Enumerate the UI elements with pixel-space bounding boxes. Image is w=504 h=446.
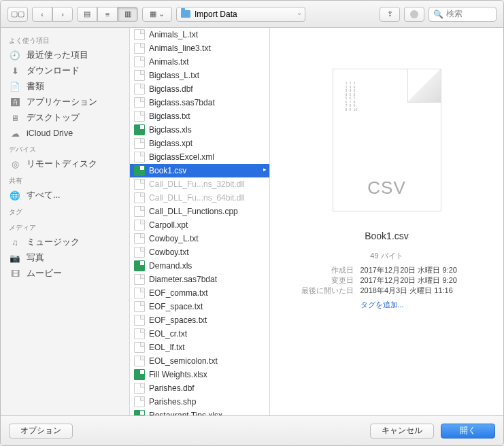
file-row[interactable]: Bigclass.sas7bdat	[130, 96, 269, 109]
tag-button[interactable]	[404, 7, 424, 22]
file-name: Animals.txt	[149, 57, 189, 67]
file-row[interactable]: Demand.xls	[130, 259, 269, 273]
file-name: Call_DLL_Fu...ns_64bit.dll	[149, 193, 245, 203]
sidebar-toggle-button[interactable]: ▢▢	[7, 7, 28, 22]
open-button[interactable]: 開く	[441, 424, 495, 439]
file-name: Bigclass.xpt	[149, 139, 192, 148]
sidebar-header: タグ	[1, 203, 129, 219]
sidebar-item[interactable]: ♫ミュージック	[1, 235, 129, 250]
back-button[interactable]: ‹	[32, 7, 52, 22]
sidebar-toggle-group: ▢▢	[7, 7, 28, 22]
file-row[interactable]: Cowboy.txt	[130, 245, 269, 259]
file-name: Book1.csv	[149, 166, 186, 175]
file-icon	[134, 342, 145, 353]
sidebar-item[interactable]: 📷写真	[1, 250, 129, 266]
file-name: EOL_cr.txt	[149, 329, 187, 339]
path-popup-button[interactable]: Import Data	[176, 7, 305, 22]
file-icon	[134, 247, 145, 258]
file-row[interactable]: Bigclass.xls	[130, 123, 269, 137]
arrange-button[interactable]: ▦ ⌄	[142, 7, 172, 22]
file-name: Bigclass_L.txt	[149, 71, 199, 80]
sidebar-item-label: ムービー	[27, 268, 62, 279]
sidebar-item[interactable]: 🎞ムービー	[1, 266, 129, 281]
file-row[interactable]: Restaurant Tips.xlsx	[130, 409, 269, 415]
file-name: Bigclass.sas7bdat	[149, 98, 215, 107]
preview-meta-key: 最後に開いた日	[298, 286, 354, 296]
preview-size: 49 バイト	[370, 251, 403, 261]
file-icon	[134, 220, 145, 230]
preview-meta-key: 変更日	[298, 275, 354, 286]
file-row[interactable]: Bigclass.txt	[130, 109, 269, 123]
search-field[interactable]: 🔍 検索	[429, 7, 497, 22]
footer: オプション キャンセル 開く	[1, 415, 503, 445]
file-row[interactable]: Animals_line3.txt	[130, 41, 269, 55]
sidebar-item[interactable]: ☁︎iCloud Drive	[1, 126, 129, 141]
file-row[interactable]: Fill Weights.xlsx	[130, 368, 269, 381]
file-row[interactable]: EOL_lf.txt	[130, 341, 269, 354]
movie-icon: 🎞	[9, 269, 21, 279]
file-name: EOL_semicolon.txt	[149, 356, 218, 366]
file-icon	[134, 124, 145, 135]
file-row[interactable]: Bigclass_L.txt	[130, 69, 269, 82]
file-row[interactable]: Bigclass.dbf	[130, 82, 269, 96]
file-icon	[134, 328, 145, 339]
file-row[interactable]: Call_DLL_Functions.cpp	[130, 205, 269, 218]
add-tags-link[interactable]: タグを追加...	[360, 301, 404, 309]
cancel-button[interactable]: キャンセル	[370, 424, 434, 439]
preview-meta-row: 変更日2017年12月20日 水曜日 9:20	[298, 275, 476, 286]
preview-thumbnail: 1 2 32 3 43 4 54 5 65 6 76 7 87 8 98 9 1…	[333, 69, 441, 211]
file-name: Carpoll.xpt	[149, 220, 188, 230]
icon-view-button[interactable]: ▤	[77, 7, 97, 22]
file-row[interactable]: Parishes.shp	[130, 395, 269, 409]
file-name: Demand.xls	[149, 261, 192, 271]
file-row[interactable]: Carpoll.xpt	[130, 218, 269, 232]
file-row[interactable]: Diameter.sas7bdat	[130, 273, 269, 286]
file-row[interactable]: EOL_cr.txt	[130, 327, 269, 341]
sidebar-item-label: アプリケーション	[27, 97, 97, 108]
file-row[interactable]: Animals.txt	[130, 55, 269, 69]
file-row[interactable]: Bigclass.xpt	[130, 137, 269, 150]
file-row[interactable]: Animals_L.txt	[130, 28, 269, 41]
sidebar-item[interactable]: 🖥デスクトップ	[1, 110, 129, 126]
sidebar: よく使う項目🕘最近使った項目⬇︎ダウンロード📄書類🅰︎アプリケーション🖥デスクト…	[1, 28, 130, 415]
sidebar-item-label: デスクトップ	[27, 112, 80, 124]
file-icon	[134, 410, 145, 415]
column-view-button[interactable]: ▥	[118, 7, 138, 22]
file-name: Animals_line3.txt	[149, 44, 211, 53]
file-row[interactable]: EOF_space.txt	[130, 300, 269, 313]
file-name: Animals_L.txt	[149, 30, 198, 39]
file-name: EOF_comma.txt	[149, 288, 208, 298]
toolbar: ▢▢ ‹ › ▤ ≡ ▥ ▦ ⌄ Import Data ⇪ 🔍 検索	[1, 1, 503, 28]
sidebar-item[interactable]: 🅰︎アプリケーション	[1, 95, 129, 110]
file-row[interactable]: EOL_semicolon.txt	[130, 354, 269, 368]
file-icon	[134, 383, 145, 394]
file-name: Fill Weights.xlsx	[149, 370, 207, 379]
preview-meta-row: 作成日2017年12月20日 水曜日 9:20	[298, 265, 476, 275]
file-row[interactable]: BigclassExcel.xml	[130, 150, 269, 164]
file-name: Call_DLL_Functions.cpp	[149, 207, 238, 216]
sidebar-item-label: iCloud Drive	[27, 128, 73, 138]
file-icon	[134, 138, 145, 149]
file-row[interactable]: Cowboy_L.txt	[130, 232, 269, 245]
sidebar-item[interactable]: 📄書類	[1, 79, 129, 95]
list-view-button[interactable]: ≡	[97, 7, 118, 22]
sidebar-item[interactable]: 🕘最近使った項目	[1, 48, 129, 63]
options-button[interactable]: オプション	[9, 424, 73, 439]
sidebar-item[interactable]: ◎リモートディスク	[1, 156, 129, 172]
sidebar-item-label: 最近使った項目	[27, 50, 88, 61]
cloud-icon: ☁︎	[9, 128, 21, 139]
file-name: Bigclass.dbf	[149, 84, 193, 94]
file-row[interactable]: EOF_comma.txt	[130, 286, 269, 300]
file-row[interactable]: EOF_spaces.txt	[130, 313, 269, 327]
sidebar-item[interactable]: 🌐すべて...	[1, 188, 129, 203]
file-row[interactable]: Parishes.dbf	[130, 381, 269, 395]
file-icon	[134, 369, 145, 380]
share-button[interactable]: ⇪	[380, 7, 400, 22]
file-icon	[134, 206, 145, 217]
file-row[interactable]: Book1.csv▸	[130, 164, 269, 177]
file-icon	[134, 192, 145, 203]
file-name: Cowboy.txt	[149, 247, 188, 257]
forward-button[interactable]: ›	[52, 7, 73, 22]
sidebar-item[interactable]: ⬇︎ダウンロード	[1, 63, 129, 79]
file-name: Parishes.dbf	[149, 383, 195, 393]
